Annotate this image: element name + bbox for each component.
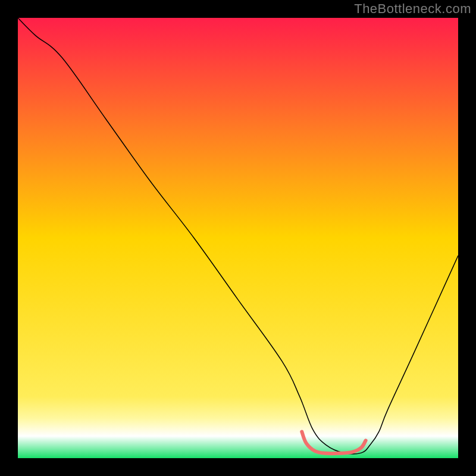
plot-area: [18, 18, 458, 458]
attribution-label: TheBottleneck.com: [354, 1, 471, 17]
chart-background: [18, 18, 458, 458]
chart-frame: TheBottleneck.com: [0, 0, 476, 476]
chart-svg: [18, 18, 458, 458]
